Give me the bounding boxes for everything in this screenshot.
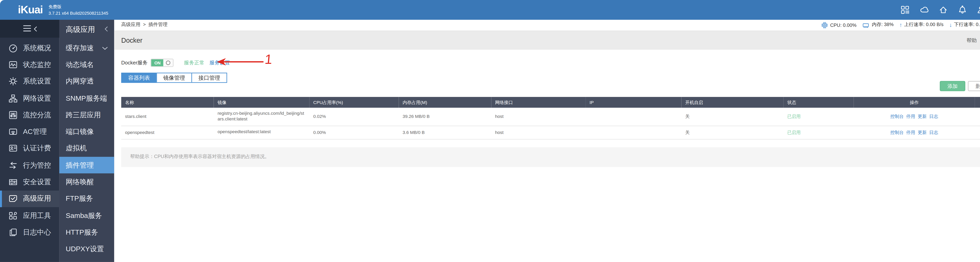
content-area: 高级应用 > 插件管理 CPU: 0.00% 内存: 38% ↑ — [114, 20, 980, 262]
subnav-item-samba-service[interactable]: Samba服务 — [59, 207, 114, 224]
main-layout: 系统概况 状态监控 系统设置 网络设置 流控分流 — [0, 20, 980, 262]
col-name: 名称 — [121, 97, 214, 108]
console-link[interactable]: 控制台 — [890, 114, 904, 119]
subnav-item-ftp-service[interactable]: FTP服务 — [59, 191, 114, 207]
sidebar-item-auth-billing[interactable]: 认证计费 — [0, 140, 59, 157]
tab-interface-management[interactable]: 接口管理 — [191, 73, 227, 83]
col-ip: IP — [585, 97, 681, 108]
subnav-item-wake-on-lan[interactable]: 网络唤醒 — [59, 174, 114, 191]
stop-link[interactable]: 停用 — [906, 130, 915, 134]
subnav-item-snmp-server[interactable]: SNMP服务端 — [59, 90, 114, 107]
cell-name: openspeedtest — [121, 125, 214, 139]
ikuai-admin-app: iKuai 免费版 3.7.21 x64 Build202508211345 系… — [0, 0, 980, 262]
toggle-off-segment — [164, 59, 173, 66]
annotation-arrow — [216, 57, 265, 67]
table-row: stars.client registry.cn-beijing.aliyunc… — [121, 108, 980, 125]
secondary-sidebar-title: 高级应用 — [66, 24, 95, 34]
cell-operations: 控制台停用更新日志 — [854, 108, 975, 125]
topbar-icons — [900, 5, 980, 15]
page-title: Docker — [121, 37, 142, 44]
network-icon — [8, 94, 18, 103]
add-button[interactable]: 添加 — [940, 81, 965, 91]
down-arrow-icon: ↓ — [949, 22, 952, 28]
tab-image-management[interactable]: 镜像管理 — [156, 73, 192, 83]
sidebar-item-behavior-control[interactable]: 行为管控 — [0, 157, 59, 174]
tab-container-list[interactable]: 容器列表 — [121, 73, 157, 83]
sidebar-item-app-tools[interactable]: 应用工具 — [0, 207, 59, 224]
help-tip: 帮助提示：CPU和内存使用率表示容器对宿主机资源的占用情况。 — [121, 147, 980, 167]
cell-cpu: 0.02% — [310, 108, 399, 125]
sidebar-item-network-settings[interactable]: 网络设置 — [0, 90, 59, 107]
cloud-icon[interactable] — [919, 5, 929, 15]
breadcrumb-page: 插件管理 — [148, 22, 167, 27]
edition-label: 免费版 — [49, 4, 108, 10]
annotation-number: 1 — [264, 52, 273, 66]
build-label: 3.7.21 x64 Build202508211345 — [49, 10, 108, 16]
toggle-circle — [166, 60, 170, 65]
cell-ip — [585, 125, 681, 139]
top-app-bar: iKuai 免费版 3.7.21 x64 Build202508211345 — [0, 0, 980, 20]
secondary-sidebar: 高级应用 缓存加速 动态域名 内网穿透 SNMP服务端 跨三层应用 端口镜像 虚… — [59, 20, 114, 262]
docker-service-label: Docker服务 — [121, 59, 148, 66]
sidebar-item-traffic-control[interactable]: 流控分流 — [0, 106, 59, 123]
subnav-item-ddns[interactable]: 动态域名 — [59, 56, 114, 73]
page-title-bar: Docker 帮助 反馈 — [114, 31, 980, 50]
sidebar-item-log-center[interactable]: 日志中心 — [0, 224, 59, 241]
apps-grid-icon[interactable] — [900, 5, 910, 15]
status-badge: 已启用 — [783, 108, 854, 125]
delete-button[interactable]: 删除 — [968, 81, 980, 91]
sidebar-item-advanced-apps[interactable]: 高级应用 — [0, 191, 59, 207]
update-link[interactable]: 更新 — [918, 130, 927, 134]
help-link[interactable]: 帮助 — [966, 37, 977, 44]
logs-icon — [8, 227, 18, 237]
col-memory: 内存占用(M) — [399, 97, 491, 108]
monitor-icon — [8, 60, 18, 70]
col-cpu: CPU占用率(%) — [310, 97, 399, 108]
subnav-item-cache-acceleration[interactable]: 缓存加速 — [59, 40, 114, 56]
chevron-left-icon — [33, 23, 37, 35]
page-links: 帮助 反馈 — [966, 37, 980, 44]
col-network: 网络接口 — [491, 97, 585, 108]
docker-service-toggle[interactable]: ON — [151, 58, 173, 67]
sliders-icon — [8, 110, 18, 120]
memory-status: 内存: 38% — [862, 22, 894, 29]
subnav-item-udpxy-settings[interactable]: UDPXY设置 — [59, 241, 114, 257]
sidebar-item-system-overview[interactable]: 系统概况 — [0, 40, 59, 56]
sidebar-item-ac-management[interactable]: AC管理 — [0, 123, 59, 140]
home-icon[interactable] — [939, 5, 948, 15]
cell-memory: 3.6 MB/0 B — [399, 125, 491, 139]
cell-image: registry.cn-beijing.aliyuncs.com/ld_beij… — [214, 108, 309, 125]
sidebar-item-status-monitor[interactable]: 状态监控 — [0, 56, 59, 73]
log-link[interactable]: 日志 — [929, 114, 938, 119]
sidebar-item-security-settings[interactable]: 安全设置 — [0, 174, 59, 191]
upload-status: ↑ 上行速率: 0.00 B/s — [899, 22, 943, 28]
memory-icon — [862, 22, 870, 29]
bell-icon[interactable] — [957, 5, 967, 15]
subnav-item-port-mirroring[interactable]: 端口镜像 — [59, 123, 114, 140]
subnav-item-plugin-management[interactable]: 插件管理 — [59, 157, 114, 174]
update-link[interactable]: 更新 — [918, 114, 927, 119]
subnav-item-nat-traversal[interactable]: 内网穿透 — [59, 73, 114, 90]
stop-link[interactable]: 停用 — [906, 114, 915, 119]
subnav-item-http-service[interactable]: HTTP服务 — [59, 224, 114, 241]
collapse-left-icon[interactable] — [105, 25, 108, 33]
sidebar-collapse-header[interactable] — [0, 20, 59, 38]
primary-sidebar: 系统概况 状态监控 系统设置 网络设置 流控分流 — [0, 20, 59, 262]
service-status-text: 服务正常 — [184, 59, 204, 66]
subnav-item-virtual-machine[interactable]: 虚拟机 — [59, 140, 114, 157]
sidebar-item-system-settings[interactable]: 系统设置 — [0, 73, 59, 90]
cell-memory: 39.26 MB/0 B — [399, 108, 491, 125]
console-link[interactable]: 控制台 — [890, 130, 904, 134]
user-icon[interactable] — [976, 5, 980, 15]
primary-nav-list: 系统概况 状态监控 系统设置 网络设置 流控分流 — [0, 38, 59, 241]
app-check-icon — [8, 194, 18, 204]
subnav-item-cross-layer3[interactable]: 跨三层应用 — [59, 106, 114, 123]
col-image: 镜像 — [214, 97, 309, 108]
system-status-bar: CPU: 0.00% 内存: 38% ↑ 上行速率: 0.00 B/s ↓ 下行… — [821, 22, 980, 29]
cell-network: host — [491, 125, 585, 139]
log-link[interactable]: 日志 — [929, 130, 938, 134]
brand-logo: iKuai — [18, 5, 43, 15]
up-arrow-icon: ↑ — [899, 22, 902, 28]
gear-icon — [8, 76, 18, 86]
col-autostart: 开机自启 — [681, 97, 783, 108]
